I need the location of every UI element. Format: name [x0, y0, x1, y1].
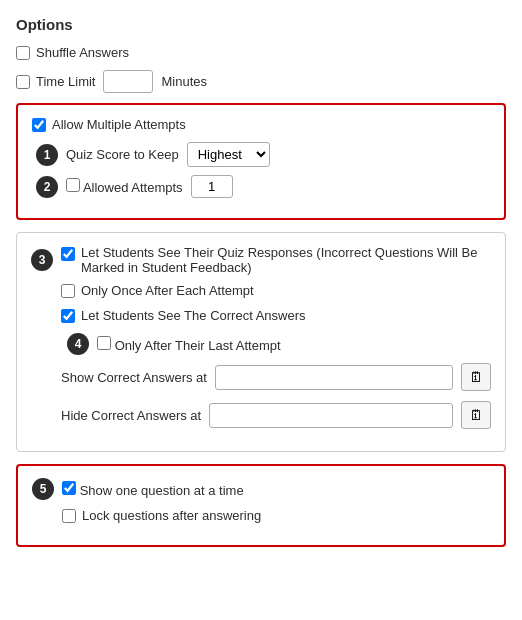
hide-correct-calendar-btn[interactable]: 🗓 [461, 401, 491, 429]
hide-correct-row: Hide Correct Answers at 🗓 [31, 401, 491, 429]
allowed-attempts-label[interactable]: Allowed Attempts [66, 178, 183, 195]
calendar-icon-2: 🗓 [469, 407, 483, 423]
allowed-attempts-text: Allowed Attempts [83, 180, 183, 195]
step4-badge: 4 [67, 333, 89, 355]
last-attempt-row: 4 Only After Their Last Attempt [31, 333, 491, 355]
shuffle-answers-label[interactable]: Shuffle Answers [16, 45, 129, 60]
calendar-icon: 🗓 [469, 369, 483, 385]
last-attempt-checkbox[interactable] [97, 336, 111, 350]
only-once-text: Only Once After Each Attempt [81, 283, 254, 298]
only-once-row: Only Once After Each Attempt [31, 283, 491, 298]
show-one-question-panel: 5 Show one question at a time Lock quest… [16, 464, 506, 547]
allow-multiple-attempts-row: Allow Multiple Attempts [32, 117, 490, 132]
quiz-score-label: Quiz Score to Keep [66, 147, 179, 162]
time-limit-input[interactable] [103, 70, 153, 93]
allow-multiple-attempts-text: Allow Multiple Attempts [52, 117, 186, 132]
time-limit-row: Time Limit Minutes [16, 70, 506, 93]
show-one-question-row: 5 Show one question at a time [32, 478, 490, 500]
last-attempt-text: Only After Their Last Attempt [115, 338, 281, 353]
step2-badge: 2 [36, 176, 58, 198]
step5-badge: 5 [32, 478, 54, 500]
show-correct-input[interactable] [215, 365, 453, 390]
student-responses-text: Let Students See Their Quiz Responses (I… [81, 245, 491, 275]
show-one-question-checkbox[interactable] [62, 481, 76, 495]
time-limit-checkbox[interactable] [16, 75, 30, 89]
lock-questions-row: Lock questions after answering [32, 508, 490, 523]
student-responses-label[interactable]: Let Students See Their Quiz Responses (I… [61, 245, 491, 275]
shuffle-answers-text: Shuffle Answers [36, 45, 129, 60]
time-limit-text: Time Limit [36, 74, 95, 89]
show-one-question-text: Show one question at a time [80, 483, 244, 498]
quiz-score-row: 1 Quiz Score to Keep Highest Latest Aver… [32, 142, 490, 167]
show-correct-row: Show Correct Answers at 🗓 [31, 363, 491, 391]
show-correct-label: Show Correct Answers at [61, 370, 207, 385]
lock-questions-checkbox[interactable] [62, 509, 76, 523]
correct-answers-row: Let Students See The Correct Answers [31, 308, 491, 323]
lock-questions-text: Lock questions after answering [82, 508, 261, 523]
allow-multiple-attempts-panel: Allow Multiple Attempts 1 Quiz Score to … [16, 103, 506, 220]
student-responses-checkbox[interactable] [61, 247, 75, 261]
correct-answers-checkbox[interactable] [61, 309, 75, 323]
allow-multiple-attempts-checkbox[interactable] [32, 118, 46, 132]
allowed-attempts-input[interactable] [191, 175, 233, 198]
step3-badge: 3 [31, 249, 53, 271]
allowed-attempts-checkbox[interactable] [66, 178, 80, 192]
minutes-label: Minutes [161, 74, 207, 89]
show-correct-calendar-btn[interactable]: 🗓 [461, 363, 491, 391]
hide-correct-label: Hide Correct Answers at [61, 408, 201, 423]
student-responses-panel: 3 Let Students See Their Quiz Responses … [16, 232, 506, 452]
time-limit-label[interactable]: Time Limit [16, 74, 95, 89]
only-once-checkbox[interactable] [61, 284, 75, 298]
correct-answers-text: Let Students See The Correct Answers [81, 308, 306, 323]
section-title: Options [16, 16, 506, 33]
step1-badge: 1 [36, 144, 58, 166]
student-responses-row: 3 Let Students See Their Quiz Responses … [31, 245, 491, 275]
last-attempt-label[interactable]: Only After Their Last Attempt [97, 336, 281, 353]
shuffle-answers-checkbox[interactable] [16, 46, 30, 60]
correct-answers-label[interactable]: Let Students See The Correct Answers [61, 308, 306, 323]
only-once-label[interactable]: Only Once After Each Attempt [61, 283, 254, 298]
hide-correct-input[interactable] [209, 403, 453, 428]
quiz-score-select[interactable]: Highest Latest Average [187, 142, 270, 167]
allowed-attempts-row: 2 Allowed Attempts [32, 175, 490, 198]
lock-questions-label[interactable]: Lock questions after answering [62, 508, 261, 523]
show-one-question-label[interactable]: Show one question at a time [62, 481, 244, 498]
shuffle-answers-row: Shuffle Answers [16, 45, 506, 60]
